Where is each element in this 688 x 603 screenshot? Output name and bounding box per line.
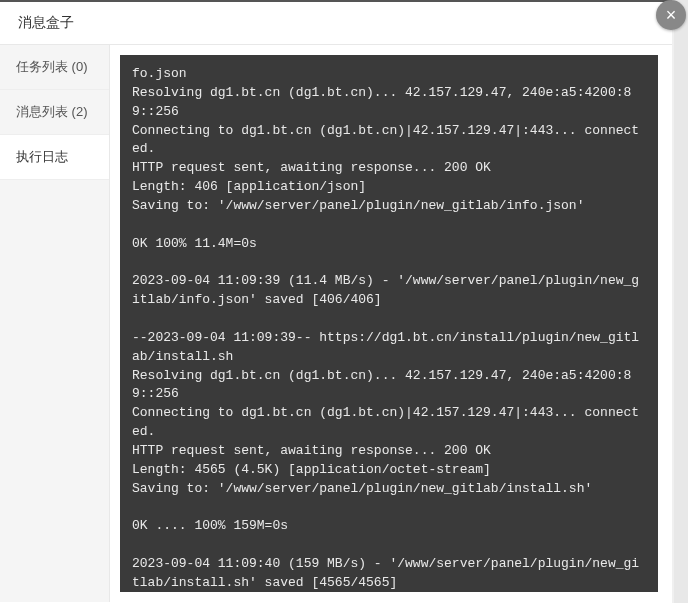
message-box-modal: × 消息盒子 任务列表 (0) 消息列表 (2) 执行日志 fo.json Re… [0,0,672,603]
content-area: fo.json Resolving dg1.bt.cn (dg1.bt.cn).… [110,45,672,602]
close-button[interactable]: × [656,0,686,30]
sidebar: 任务列表 (0) 消息列表 (2) 执行日志 [0,45,110,602]
close-icon: × [666,5,677,26]
tab-message-list[interactable]: 消息列表 (2) [0,90,109,135]
tab-exec-log[interactable]: 执行日志 [0,135,109,180]
right-edge [674,0,688,603]
terminal-output[interactable]: fo.json Resolving dg1.bt.cn (dg1.bt.cn).… [120,55,658,592]
modal-title: 消息盒子 [18,14,74,30]
tab-label: 消息列表 (2) [16,104,88,119]
tab-label: 执行日志 [16,149,68,164]
tab-task-list[interactable]: 任务列表 (0) [0,45,109,90]
modal-body: 任务列表 (0) 消息列表 (2) 执行日志 fo.json Resolving… [0,45,672,602]
tab-label: 任务列表 (0) [16,59,88,74]
modal-header: 消息盒子 [0,2,672,45]
